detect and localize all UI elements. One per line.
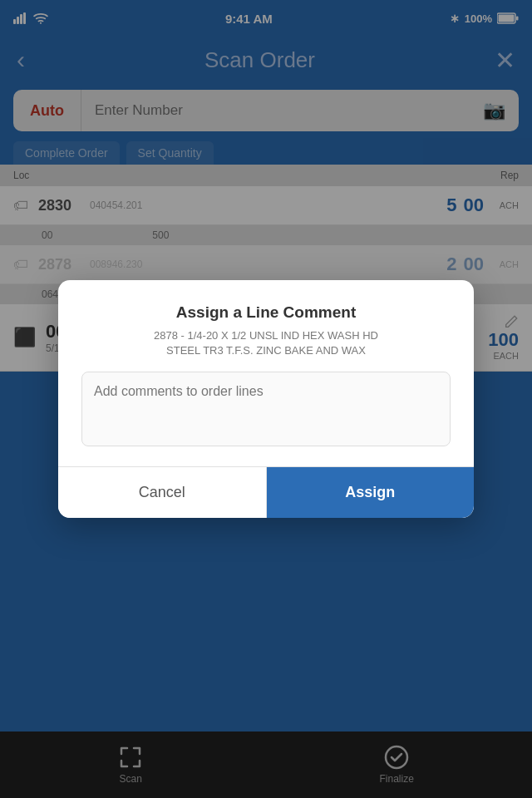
cancel-button[interactable]: Cancel: [58, 467, 267, 518]
modal-buttons: Cancel Assign: [58, 466, 474, 518]
assign-button[interactable]: Assign: [267, 467, 475, 518]
modal-subtitle: 2878 - 1/4-20 X 1/2 UNSL IND HEX WASH HD…: [81, 328, 451, 358]
modal-overlay: Assign a Line Comment 2878 - 1/4-20 X 1/…: [0, 0, 532, 798]
comment-input[interactable]: [81, 372, 451, 446]
modal-title: Assign a Line Comment: [81, 303, 451, 322]
modal-dialog: Assign a Line Comment 2878 - 1/4-20 X 1/…: [58, 280, 474, 518]
